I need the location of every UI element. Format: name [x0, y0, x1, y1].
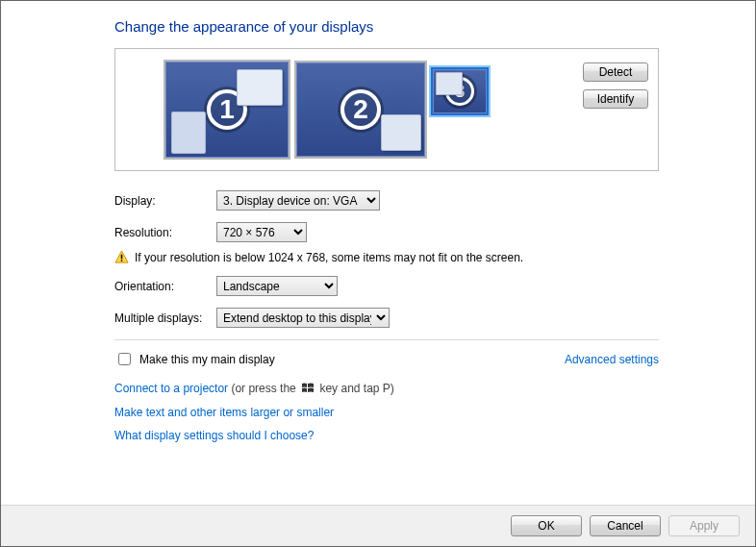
page-title: Change the appearance of your displays — [114, 18, 659, 35]
main-display-row: Make this my main display Advanced setti… — [114, 350, 659, 368]
monitor-number: 2 — [340, 89, 381, 130]
svg-rect-1 — [121, 255, 123, 260]
advanced-settings-link[interactable]: Advanced settings — [565, 353, 659, 366]
warning-text: If your resolution is below 1024 x 768, … — [135, 251, 523, 264]
which-settings-link[interactable]: What display settings should I choose? — [114, 429, 314, 442]
mini-window-icon — [237, 69, 283, 106]
ok-button[interactable]: OK — [511, 515, 582, 536]
mini-window-icon — [381, 114, 421, 151]
mini-window-icon — [436, 72, 463, 95]
projector-hint-b: key and tap P) — [316, 382, 394, 395]
connect-projector-link[interactable]: Connect to a projector — [114, 382, 228, 395]
text-size-link[interactable]: Make text and other items larger or smal… — [114, 406, 334, 419]
resolution-warning: If your resolution is below 1024 x 768, … — [114, 250, 659, 264]
links-block: Connect to a projector (or press the key… — [114, 382, 659, 442]
display-settings-window: Change the appearance of your displays 1… — [0, 0, 756, 547]
monitors-group: 1 2 3 — [164, 60, 489, 160]
content-area: Change the appearance of your displays 1… — [1, 1, 755, 505]
monitor-3[interactable]: 3 — [431, 67, 489, 115]
row-multiple-displays: Multiple displays: Extend desktop to thi… — [114, 308, 659, 328]
display-arrangement-box[interactable]: 1 2 3 Detect Identify — [114, 48, 659, 171]
display-select[interactable]: 3. Display device on: VGA — [216, 190, 380, 211]
label-display: Display: — [114, 194, 216, 208]
row-resolution: Resolution: 720 × 576 — [114, 222, 659, 242]
warning-icon — [114, 250, 129, 264]
side-buttons: Detect Identify — [583, 62, 648, 109]
monitor-1[interactable]: 1 — [164, 60, 290, 160]
apply-button[interactable]: Apply — [668, 515, 740, 536]
orientation-select[interactable]: Landscape — [216, 276, 338, 296]
detect-button[interactable]: Detect — [583, 62, 648, 82]
resolution-select[interactable]: 720 × 576 — [216, 222, 307, 242]
svg-rect-2 — [121, 260, 123, 261]
label-multiple-displays: Multiple displays: — [114, 311, 216, 325]
cancel-button[interactable]: Cancel — [590, 515, 661, 536]
main-display-checkbox[interactable] — [118, 353, 131, 365]
row-display: Display: 3. Display device on: VGA — [114, 190, 659, 211]
identify-button[interactable]: Identify — [583, 89, 648, 109]
monitor-2[interactable]: 2 — [294, 61, 427, 159]
projector-hint-a: (or press the — [228, 382, 299, 395]
mini-window-icon — [171, 112, 206, 154]
label-resolution: Resolution: — [114, 226, 216, 239]
multiple-displays-select[interactable]: Extend desktop to this display — [216, 308, 390, 328]
main-display-label: Make this my main display — [139, 353, 275, 366]
windows-key-icon — [301, 382, 315, 396]
label-orientation: Orientation: — [114, 280, 216, 293]
footer-bar: OK Cancel Apply — [1, 505, 755, 546]
row-orientation: Orientation: Landscape — [114, 276, 659, 296]
separator — [114, 339, 659, 340]
